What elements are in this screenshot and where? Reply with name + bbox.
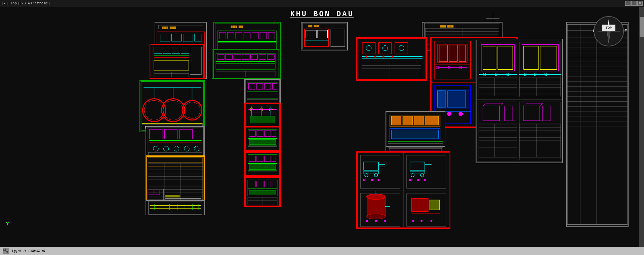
svg-rect-75 xyxy=(149,130,162,139)
svg-point-84 xyxy=(194,146,199,151)
svg-rect-5 xyxy=(183,34,193,41)
svg-rect-105 xyxy=(165,195,180,197)
svg-text:████ ███: ████ ███ xyxy=(231,25,244,28)
svg-rect-169 xyxy=(248,172,277,175)
drawing-frame-tanks: ██ ████████ xyxy=(139,80,205,132)
svg-rect-140 xyxy=(247,100,278,103)
window-controls: − □ × xyxy=(625,1,643,6)
svg-rect-175 xyxy=(272,181,276,187)
svg-rect-123 xyxy=(234,54,241,59)
svg-rect-151 xyxy=(247,123,278,126)
svg-point-268 xyxy=(420,174,424,177)
svg-rect-243 xyxy=(391,130,438,139)
svg-rect-126 xyxy=(259,54,266,59)
svg-rect-160 xyxy=(248,147,277,150)
svg-point-275 xyxy=(367,194,385,199)
drawing-frame-left-bot1 xyxy=(146,126,205,158)
svg-rect-343 xyxy=(483,106,499,121)
compass-top-button[interactable]: TOP xyxy=(602,25,615,31)
svg-rect-155 xyxy=(257,131,263,136)
svg-rect-156 xyxy=(265,131,271,136)
svg-text:████ ████: ████ ████ xyxy=(440,25,454,28)
drawing-frame-center-4 xyxy=(244,126,281,151)
svg-line-344 xyxy=(483,103,486,106)
svg-point-286 xyxy=(412,220,414,222)
svg-rect-22 xyxy=(244,32,250,39)
svg-point-81 xyxy=(164,146,169,151)
svg-point-187 xyxy=(399,45,404,51)
svg-point-257 xyxy=(365,174,368,177)
svg-rect-21 xyxy=(236,32,242,39)
svg-rect-274 xyxy=(367,197,385,217)
svg-rect-255 xyxy=(364,162,378,170)
svg-line-361 xyxy=(540,103,543,106)
svg-text:████ ████: ████ ████ xyxy=(162,26,176,29)
svg-rect-289 xyxy=(567,25,628,225)
svg-rect-34 xyxy=(305,29,328,46)
restore-button[interactable]: □ xyxy=(631,1,637,6)
svg-rect-35 xyxy=(331,29,345,46)
svg-point-190 xyxy=(365,56,367,58)
scrollbar-thumb[interactable] xyxy=(640,17,644,37)
svg-point-271 xyxy=(417,179,419,181)
svg-rect-20 xyxy=(228,32,234,39)
svg-rect-51 xyxy=(172,47,180,53)
svg-rect-182 xyxy=(362,43,375,54)
svg-point-288 xyxy=(431,220,433,222)
svg-rect-172 xyxy=(249,181,255,187)
command-prompt[interactable]: Type a command xyxy=(11,249,45,253)
drawing-frame-right-details-upper xyxy=(386,111,445,151)
svg-rect-25 xyxy=(268,32,275,39)
svg-rect-19 xyxy=(219,32,226,39)
svg-rect-238 xyxy=(391,116,401,125)
svg-rect-283 xyxy=(412,198,428,212)
compass-east: E xyxy=(625,29,627,34)
svg-rect-4 xyxy=(172,34,182,41)
svg-point-267 xyxy=(411,174,414,177)
svg-rect-265 xyxy=(410,162,425,170)
close-button[interactable]: × xyxy=(637,1,643,6)
svg-rect-177 xyxy=(249,190,276,195)
cad-canvas[interactable]: KHU BON DAU Y ████ ████ ─── xyxy=(0,7,644,247)
svg-point-193 xyxy=(392,56,394,58)
svg-rect-164 xyxy=(257,156,263,161)
snap-icon xyxy=(3,248,9,254)
viewport-label: [-][Top][2D Wireframe] xyxy=(1,1,50,5)
svg-rect-173 xyxy=(257,181,263,187)
svg-rect-88 xyxy=(148,163,203,204)
svg-rect-36 xyxy=(306,30,316,38)
svg-rect-336 xyxy=(519,78,561,96)
svg-rect-157 xyxy=(272,131,276,136)
svg-rect-121 xyxy=(217,54,224,59)
svg-point-191 xyxy=(374,56,376,58)
svg-point-226 xyxy=(447,112,451,116)
minimize-button[interactable]: − xyxy=(625,1,631,6)
svg-rect-48 xyxy=(151,45,204,78)
svg-point-82 xyxy=(174,146,179,151)
svg-rect-127 xyxy=(267,54,274,59)
svg-rect-203 xyxy=(438,44,468,63)
svg-rect-222 xyxy=(438,91,446,107)
svg-point-272 xyxy=(424,179,426,181)
svg-rect-239 xyxy=(403,116,412,125)
svg-point-63 xyxy=(144,100,164,120)
svg-rect-363 xyxy=(542,106,551,121)
svg-rect-109 xyxy=(149,201,202,214)
svg-rect-328 xyxy=(519,42,561,97)
svg-rect-134 xyxy=(247,82,278,98)
svg-rect-330 xyxy=(524,46,538,70)
drawing-frame-left-bot2 xyxy=(146,155,205,208)
y-axis-label: Y xyxy=(6,221,9,227)
svg-rect-194 xyxy=(362,62,421,78)
svg-rect-322 xyxy=(479,78,517,96)
svg-rect-342 xyxy=(479,102,517,160)
scrollbar[interactable] xyxy=(639,7,644,247)
svg-rect-52 xyxy=(181,47,189,53)
svg-rect-347 xyxy=(505,106,513,121)
svg-rect-284 xyxy=(430,200,440,210)
svg-rect-6 xyxy=(195,34,202,41)
svg-text:███ ████: ███ ████ xyxy=(308,25,319,28)
svg-rect-57 xyxy=(154,72,189,77)
drawing-frame-left-bot3 xyxy=(146,200,205,215)
compass-circle xyxy=(594,16,624,46)
